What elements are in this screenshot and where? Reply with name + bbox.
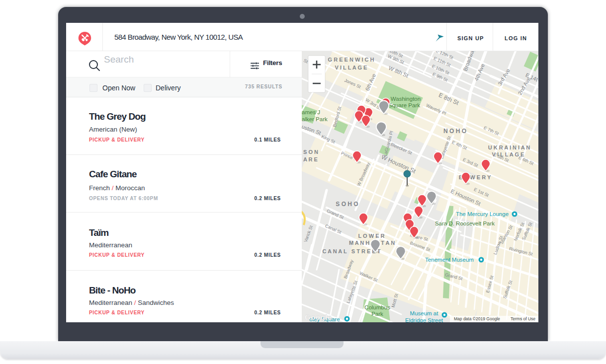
svg-text:Sara D. Roosevelt Park: Sara D. Roosevelt Park <box>435 220 495 226</box>
svg-text:A R E: A R E <box>303 156 318 162</box>
svg-text:N O H O: N O H O <box>443 128 466 135</box>
svg-text:S O H O: S O H O <box>336 201 358 208</box>
svg-text:Google: Google <box>305 313 332 321</box>
svg-text:Washington: Washington <box>391 96 421 102</box>
svg-text:ames J: ames J <box>302 109 320 115</box>
svg-text:V I L L A G E: V I L L A G E <box>335 65 367 71</box>
svg-text:U K R A I N I A N: U K R A I N I A N <box>488 145 530 150</box>
svg-text:S O N: S O N <box>303 149 318 155</box>
svg-text:Columbus: Columbus <box>364 304 390 310</box>
svg-text:Square Park: Square Park <box>388 102 420 108</box>
svg-text:alker Park: alker Park <box>302 116 328 122</box>
svg-text:The Mercury Lounge: The Mercury Lounge <box>456 211 509 217</box>
svg-text:L O W E R: L O W E R <box>358 233 385 239</box>
svg-text:Map data ©2019 Google: Map data ©2019 Google <box>454 316 500 321</box>
svg-text:Park: Park <box>371 311 383 317</box>
svg-text:Tenement Museum: Tenement Museum <box>425 257 474 263</box>
svg-text:Terms of Use: Terms of Use <box>511 316 535 321</box>
svg-text:G R E E N W I C H: G R E E N W I C H <box>328 57 374 63</box>
svg-text:C A N A L S T R E E T: C A N A L S T R E E T <box>323 248 381 254</box>
svg-text:Eldridge Street: Eldridge Street <box>405 317 443 322</box>
svg-text:Museum at: Museum at <box>410 310 439 316</box>
